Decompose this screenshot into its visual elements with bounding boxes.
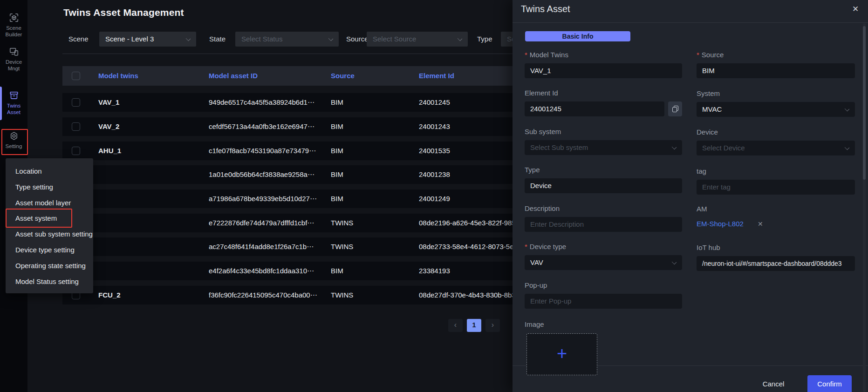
sidebar-item-twins-asset[interactable]: Twins Asset — [0, 90, 27, 115]
copy-icon — [672, 106, 678, 112]
cell-source: BIM — [331, 117, 343, 136]
cell-model-asset-id: 1a01e0db56b64cf3838ae9258a⋯ — [209, 165, 314, 184]
cell-element-id: 24001238 — [419, 165, 450, 184]
state-filter-select[interactable]: Select Status — [235, 32, 339, 47]
cell-source: BIM — [331, 262, 343, 280]
sidebar-item-label: Twins Asset — [0, 102, 27, 115]
sidebar-item-setting[interactable]: Setting — [0, 131, 27, 149]
chevron-down-icon — [845, 107, 849, 111]
required-mark: * — [697, 51, 699, 59]
tag-input[interactable]: Enter tag — [697, 180, 855, 195]
iot-hub-input[interactable]: /neuron-iot-ui/#/smartspace-dashboard/08… — [697, 256, 855, 271]
cell-element-id: 24001249 — [419, 189, 450, 208]
next-page-button[interactable]: › — [485, 319, 500, 332]
cell-model-asset-id: e7222876dfe74d479a7dfffd1cbf⋯ — [209, 214, 314, 232]
chevron-down-icon — [458, 36, 462, 41]
cell-source: TWINS — [331, 214, 353, 232]
source-input[interactable]: BIM — [697, 63, 855, 78]
cell-model-twins: VAV_1 — [98, 93, 119, 112]
menu-item-asset-system[interactable]: Asset system — [6, 210, 93, 226]
column-header-element-id[interactable]: Element Id — [419, 66, 454, 86]
field-iot-hub: IoT hub /neuron-iot-ui/#/smartspace-dash… — [697, 243, 855, 271]
device-select[interactable]: Select Device — [697, 141, 855, 155]
cell-source: BIM — [331, 165, 343, 184]
menu-item-operating-state-setting[interactable]: Operating state setting — [6, 258, 93, 274]
sidebar-item-label: Device Mngt — [0, 59, 27, 72]
cell-model-asset-id: e4f2a6f4c33e45bd8fc1ddaa310⋯ — [209, 262, 314, 280]
menu-item-device-type-setting[interactable]: Device type setting — [6, 242, 93, 258]
pagination: ‹ 1 › — [448, 319, 500, 332]
element-id-input[interactable]: 24001245 — [525, 101, 664, 116]
scrollbar-thumb[interactable] — [863, 26, 866, 180]
sidebar-item-label: Scene Builder — [0, 25, 27, 38]
placeholder-text: Select Sub system — [530, 143, 588, 151]
cell-model-twins: VAV_2 — [98, 117, 119, 136]
scene-filter-select[interactable]: Scene - Level 3 — [99, 32, 196, 47]
field-label: Type — [525, 166, 540, 174]
device-type-select[interactable]: VAV — [525, 255, 682, 270]
chevron-down-icon — [845, 145, 849, 150]
select-all-checkbox[interactable] — [72, 72, 80, 80]
active-item-indicator — [0, 87, 2, 120]
field-model-twins: *Model Twins VAV_1 — [525, 51, 682, 78]
sidebar-item-scene-builder[interactable]: Scene Builder — [0, 13, 27, 38]
chevron-down-icon — [186, 36, 191, 41]
scene-filter-value: Scene - Level 3 — [105, 35, 154, 43]
menu-item-type-setting[interactable]: Type setting — [6, 179, 93, 195]
field-type: Type Device — [525, 166, 682, 193]
confirm-button[interactable]: Confirm — [807, 375, 852, 392]
field-element-id: Element Id 24001245 — [525, 89, 682, 116]
column-header-source[interactable]: Source — [331, 66, 355, 86]
menu-item-asset-sub-system-setting[interactable]: Asset sub system setting — [6, 226, 93, 242]
field-label: System — [697, 89, 720, 97]
page-1-button[interactable]: 1 — [467, 319, 481, 332]
close-icon[interactable]: ✕ — [850, 4, 861, 15]
field-label: IoT hub — [697, 243, 720, 251]
field-source: *Source BIM — [697, 51, 855, 78]
plus-icon: + — [557, 345, 567, 362]
cell-model-asset-id: 949de6517c4a45f5a38924b6d1⋯ — [209, 93, 314, 112]
field-label: Element Id — [525, 89, 558, 97]
field-label: Description — [525, 204, 560, 212]
model-twins-input[interactable]: VAV_1 — [525, 63, 682, 78]
menu-item-asset-model-layer[interactable]: Asset model layer — [6, 195, 93, 211]
tab-basic-info[interactable]: Basic Info — [525, 31, 630, 41]
description-input[interactable]: Enter Description — [525, 217, 682, 232]
cell-source: BIM — [331, 189, 343, 208]
page-title: Twins Asset Management — [63, 7, 184, 18]
row-checkbox[interactable] — [72, 147, 80, 155]
column-header-model-asset-id[interactable]: Model asset ID — [209, 66, 258, 86]
prev-page-button[interactable]: ‹ — [448, 319, 463, 332]
row-checkbox[interactable] — [72, 122, 80, 131]
field-label: Model Twins — [530, 51, 568, 59]
column-header-model-twins[interactable]: Model twins — [98, 66, 138, 86]
menu-item-model-status-setting[interactable]: Model Status setting — [6, 274, 93, 290]
field-image: Image + — [525, 320, 682, 376]
scene-filter-label: Scene — [68, 34, 89, 44]
required-mark: * — [525, 51, 527, 59]
popup-input[interactable]: Enter Pop-up — [525, 294, 682, 309]
panel-title: Twins Asset — [521, 4, 570, 14]
source-filter-select[interactable]: Select Source — [367, 32, 468, 47]
field-description: Description Enter Description — [525, 204, 682, 232]
sub-system-select[interactable]: Select Sub system — [525, 140, 682, 155]
sidebar-item-device-mngt[interactable]: Device Mngt — [0, 47, 27, 72]
am-link[interactable]: EM-Shop-L802 — [697, 220, 744, 228]
system-select[interactable]: MVAC — [697, 102, 855, 117]
cell-element-id: 08de27df-370e-4b43-830b-8b38⋯ — [419, 286, 526, 304]
row-checkbox[interactable] — [72, 98, 80, 107]
cell-source: BIM — [331, 142, 343, 160]
menu-item-location[interactable]: Location — [6, 163, 93, 179]
type-input[interactable]: Device — [525, 178, 682, 193]
field-label: Device — [697, 128, 718, 136]
cancel-button[interactable]: Cancel — [751, 375, 796, 392]
image-upload-box[interactable]: + — [526, 333, 597, 375]
panel-scrollbar[interactable] — [863, 23, 866, 392]
select-value: MVAC — [702, 105, 722, 113]
chevron-down-icon — [328, 36, 333, 41]
copy-button[interactable] — [668, 101, 682, 116]
cell-element-id: 24001245 — [419, 93, 450, 112]
chevron-down-icon — [672, 260, 677, 264]
twins-asset-panel: Twins Asset ✕ Basic Info *Model Twins VA… — [513, 0, 868, 392]
remove-am-icon[interactable]: ✕ — [758, 220, 763, 228]
